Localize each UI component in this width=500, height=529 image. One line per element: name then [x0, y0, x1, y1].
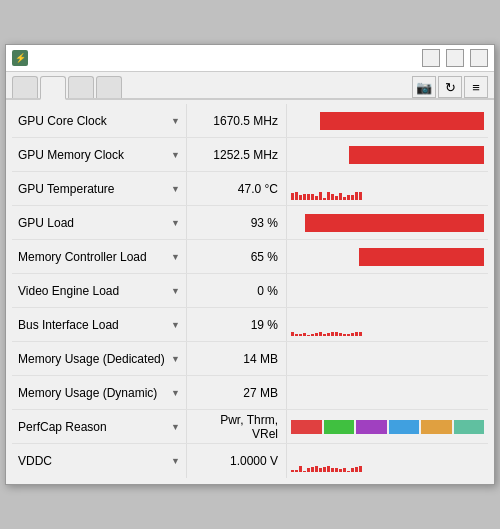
mini-bar — [351, 195, 354, 199]
sensor-name-cell: Memory Controller Load▼ — [12, 240, 187, 273]
dropdown-arrow-icon[interactable]: ▼ — [171, 422, 180, 432]
sensor-value-cell: 65 % — [187, 240, 287, 273]
mini-bar — [331, 194, 334, 200]
close-button[interactable] — [470, 49, 488, 67]
dropdown-arrow-icon[interactable]: ▼ — [171, 388, 180, 398]
menu-button[interactable]: ≡ — [464, 76, 488, 98]
graph-fill — [305, 214, 484, 232]
sensor-name-cell: PerfCap Reason▼ — [12, 410, 187, 443]
sensor-name-text: Video Engine Load — [18, 284, 119, 298]
mini-bar — [323, 467, 326, 472]
mini-bar — [311, 334, 314, 335]
mini-bar — [339, 193, 342, 199]
mini-bar — [307, 194, 310, 200]
app-icon: ⚡ — [12, 50, 28, 66]
mini-bar — [291, 332, 294, 336]
mini-bar — [303, 471, 306, 472]
table-row: Bus Interface Load▼19 % — [12, 308, 488, 342]
mini-bar — [315, 196, 318, 199]
sensor-value-cell: Pwr, Thrm, VRel — [187, 410, 287, 443]
sensor-graph-cell — [287, 240, 488, 273]
graph-bar — [291, 110, 484, 132]
sensor-graph-cell — [287, 206, 488, 239]
maximize-button[interactable] — [446, 49, 464, 67]
sensor-name-cell: GPU Memory Clock▼ — [12, 138, 187, 171]
tab-sensors[interactable] — [40, 76, 66, 100]
perfcap-segment — [356, 420, 387, 434]
mini-bar — [303, 194, 306, 200]
mini-bar — [299, 195, 302, 199]
sensor-name-cell: GPU Core Clock▼ — [12, 104, 187, 137]
dropdown-arrow-icon[interactable]: ▼ — [171, 354, 180, 364]
table-row: Memory Usage (Dedicated)▼14 MB — [12, 342, 488, 376]
dropdown-arrow-icon[interactable]: ▼ — [171, 150, 180, 160]
sensor-graph-cell — [287, 138, 488, 171]
graph-fill — [359, 248, 484, 266]
window-controls — [422, 49, 488, 67]
mini-bar — [295, 334, 298, 336]
table-row: GPU Core Clock▼1670.5 MHz — [12, 104, 488, 138]
sensor-name-text: GPU Core Clock — [18, 114, 107, 128]
mini-bar — [291, 193, 294, 200]
dropdown-arrow-icon[interactable]: ▼ — [171, 456, 180, 466]
sensor-value-cell: 93 % — [187, 206, 287, 239]
mini-bars-container — [291, 314, 484, 336]
minimize-button[interactable] — [422, 49, 440, 67]
sensor-name-text: Bus Interface Load — [18, 318, 119, 332]
sensor-name-cell: Memory Usage (Dedicated)▼ — [12, 342, 187, 375]
camera-button[interactable]: 📷 — [412, 76, 436, 98]
sensor-graph-cell — [287, 342, 488, 375]
mini-graph — [291, 178, 484, 200]
table-row: GPU Temperature▼47.0 °C — [12, 172, 488, 206]
mini-bar — [343, 197, 346, 200]
dropdown-arrow-icon[interactable]: ▼ — [171, 184, 180, 194]
tab-validation[interactable] — [96, 76, 122, 98]
sensor-name-cell: GPU Load▼ — [12, 206, 187, 239]
refresh-button[interactable]: ↻ — [438, 76, 462, 98]
sensor-value-cell: 27 MB — [187, 376, 287, 409]
tab-advanced[interactable] — [68, 76, 94, 98]
sensor-value-cell: 47.0 °C — [187, 172, 287, 205]
main-window: ⚡ 📷 ↻ ≡ GPU Core Clock▼1670.5 MHzGPU Mem… — [5, 44, 495, 485]
dropdown-arrow-icon[interactable]: ▼ — [171, 116, 180, 126]
sensor-value-cell: 1.0000 V — [187, 444, 287, 478]
sensor-list: GPU Core Clock▼1670.5 MHzGPU Memory Cloc… — [12, 104, 488, 478]
mini-bar — [331, 332, 334, 336]
dropdown-arrow-icon[interactable]: ▼ — [171, 320, 180, 330]
mini-bar — [295, 192, 298, 199]
mini-bar — [335, 468, 338, 472]
mini-bar — [315, 333, 318, 335]
sensor-name-text: GPU Memory Clock — [18, 148, 124, 162]
mini-bar — [319, 468, 322, 472]
mini-bar — [319, 332, 322, 335]
dropdown-arrow-icon[interactable]: ▼ — [171, 252, 180, 262]
title-bar-left: ⚡ — [12, 50, 34, 66]
mini-bar — [323, 198, 326, 200]
mini-bar — [351, 468, 354, 472]
sensor-value-cell: 1252.5 MHz — [187, 138, 287, 171]
perfcap-segment — [421, 420, 452, 434]
mini-bar — [355, 332, 358, 335]
dropdown-arrow-icon[interactable]: ▼ — [171, 286, 180, 296]
mini-graph — [291, 314, 484, 336]
mini-bar — [315, 466, 318, 472]
table-row: Video Engine Load▼0 % — [12, 274, 488, 308]
dropdown-arrow-icon[interactable]: ▼ — [171, 218, 180, 228]
sensor-name-text: Memory Usage (Dynamic) — [18, 386, 157, 400]
mini-bar — [299, 466, 302, 472]
mini-bar — [343, 334, 346, 335]
table-row: GPU Load▼93 % — [12, 206, 488, 240]
tab-graphics-card[interactable] — [12, 76, 38, 98]
mini-bar — [291, 470, 294, 472]
sensor-name-cell: Video Engine Load▼ — [12, 274, 187, 307]
perfcap-segment — [389, 420, 420, 434]
table-row: Memory Usage (Dynamic)▼27 MB — [12, 376, 488, 410]
sensor-value-cell: 1670.5 MHz — [187, 104, 287, 137]
sensor-name-text: Memory Usage (Dedicated) — [18, 352, 165, 366]
sensor-name-text: PerfCap Reason — [18, 420, 107, 434]
mini-bar — [331, 468, 334, 472]
mini-bar — [347, 334, 350, 335]
sensor-name-cell: VDDC▼ — [12, 444, 187, 478]
sensor-name-text: VDDC — [18, 454, 52, 468]
graph-fill — [320, 112, 484, 130]
